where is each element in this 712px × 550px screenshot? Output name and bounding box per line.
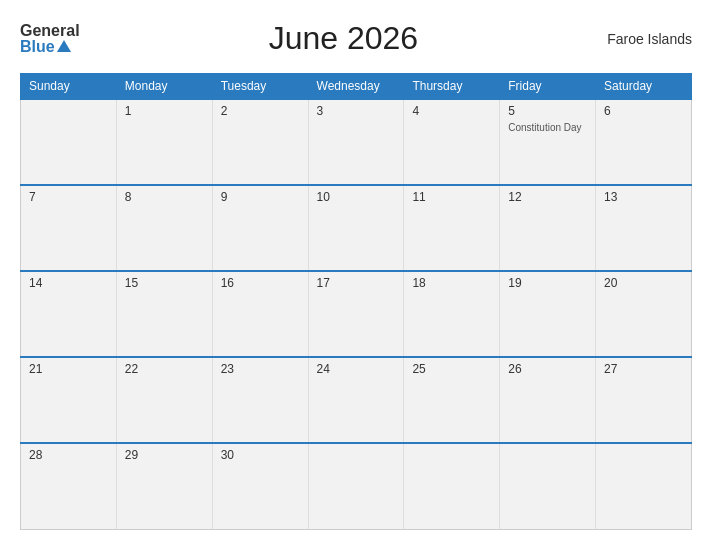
day-number: 18 <box>412 276 491 290</box>
calendar-day-cell: 24 <box>308 357 404 443</box>
calendar-day-cell: 26 <box>500 357 596 443</box>
day-number: 22 <box>125 362 204 376</box>
calendar-week-row: 282930 <box>21 443 692 529</box>
calendar-day-cell: 30 <box>212 443 308 529</box>
day-number: 14 <box>29 276 108 290</box>
calendar-day-cell: 5Constitution Day <box>500 99 596 185</box>
calendar-week-row: 78910111213 <box>21 185 692 271</box>
calendar-day-cell: 25 <box>404 357 500 443</box>
day-number: 5 <box>508 104 587 118</box>
calendar-day-cell: 13 <box>596 185 692 271</box>
calendar-day-cell: 28 <box>21 443 117 529</box>
calendar-day-cell: 4 <box>404 99 500 185</box>
calendar-day-cell: 21 <box>21 357 117 443</box>
calendar-day-cell <box>404 443 500 529</box>
calendar-day-cell <box>596 443 692 529</box>
calendar-day-cell: 22 <box>116 357 212 443</box>
day-number: 13 <box>604 190 683 204</box>
day-of-week-header: Saturday <box>596 74 692 100</box>
day-number: 9 <box>221 190 300 204</box>
calendar-day-cell: 9 <box>212 185 308 271</box>
calendar-header-row: SundayMondayTuesdayWednesdayThursdayFrid… <box>21 74 692 100</box>
calendar-day-cell: 27 <box>596 357 692 443</box>
calendar-day-cell <box>500 443 596 529</box>
calendar-title: June 2026 <box>269 20 418 57</box>
calendar-header: General Blue June 2026 Faroe Islands <box>20 20 692 57</box>
calendar-day-cell: 11 <box>404 185 500 271</box>
calendar-day-cell: 15 <box>116 271 212 357</box>
day-number: 2 <box>221 104 300 118</box>
calendar-day-cell: 20 <box>596 271 692 357</box>
day-number: 8 <box>125 190 204 204</box>
calendar-day-cell: 23 <box>212 357 308 443</box>
day-number: 6 <box>604 104 683 118</box>
day-number: 26 <box>508 362 587 376</box>
calendar-day-cell: 29 <box>116 443 212 529</box>
calendar-day-cell: 1 <box>116 99 212 185</box>
day-of-week-header: Thursday <box>404 74 500 100</box>
calendar-day-cell: 16 <box>212 271 308 357</box>
day-number: 28 <box>29 448 108 462</box>
calendar-table: SundayMondayTuesdayWednesdayThursdayFrid… <box>20 73 692 530</box>
calendar-day-cell: 10 <box>308 185 404 271</box>
calendar-week-row: 14151617181920 <box>21 271 692 357</box>
day-number: 21 <box>29 362 108 376</box>
day-number: 12 <box>508 190 587 204</box>
day-number: 15 <box>125 276 204 290</box>
day-of-week-header: Monday <box>116 74 212 100</box>
day-of-week-header: Wednesday <box>308 74 404 100</box>
day-number: 4 <box>412 104 491 118</box>
day-number: 27 <box>604 362 683 376</box>
calendar-day-cell: 8 <box>116 185 212 271</box>
calendar-day-cell: 18 <box>404 271 500 357</box>
day-of-week-header: Tuesday <box>212 74 308 100</box>
day-number: 19 <box>508 276 587 290</box>
day-number: 3 <box>317 104 396 118</box>
calendar-day-cell: 7 <box>21 185 117 271</box>
logo-triangle-icon <box>57 40 71 52</box>
day-number: 10 <box>317 190 396 204</box>
logo: General Blue <box>20 23 80 55</box>
day-number: 16 <box>221 276 300 290</box>
day-number: 23 <box>221 362 300 376</box>
calendar-day-cell: 3 <box>308 99 404 185</box>
day-number: 17 <box>317 276 396 290</box>
day-number: 25 <box>412 362 491 376</box>
day-number: 1 <box>125 104 204 118</box>
calendar-day-cell: 19 <box>500 271 596 357</box>
day-number: 20 <box>604 276 683 290</box>
calendar-day-cell <box>21 99 117 185</box>
calendar-day-cell: 14 <box>21 271 117 357</box>
calendar-day-cell: 6 <box>596 99 692 185</box>
day-of-week-header: Friday <box>500 74 596 100</box>
day-event: Constitution Day <box>508 122 581 133</box>
logo-general-text: General <box>20 23 80 39</box>
day-number: 7 <box>29 190 108 204</box>
region-label: Faroe Islands <box>607 31 692 47</box>
day-of-week-header: Sunday <box>21 74 117 100</box>
logo-blue-text: Blue <box>20 39 71 55</box>
calendar-day-cell: 2 <box>212 99 308 185</box>
calendar-week-row: 21222324252627 <box>21 357 692 443</box>
day-number: 29 <box>125 448 204 462</box>
calendar-day-cell <box>308 443 404 529</box>
day-number: 30 <box>221 448 300 462</box>
calendar-day-cell: 17 <box>308 271 404 357</box>
calendar-week-row: 12345Constitution Day6 <box>21 99 692 185</box>
day-number: 11 <box>412 190 491 204</box>
calendar-day-cell: 12 <box>500 185 596 271</box>
day-number: 24 <box>317 362 396 376</box>
